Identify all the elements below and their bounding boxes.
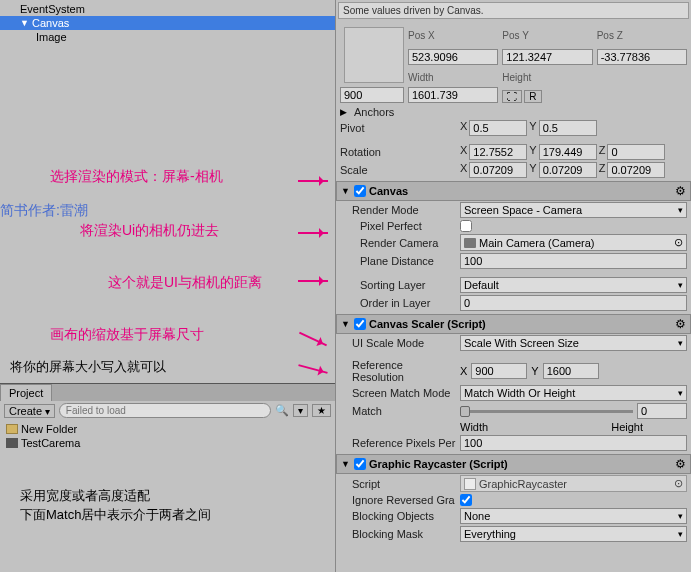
match-width-label: Width bbox=[460, 421, 488, 433]
blocking-mask-label: Blocking Mask bbox=[340, 528, 456, 540]
filter-btn-2[interactable]: ★ bbox=[312, 404, 331, 417]
annotation-plane-distance: 这个就是UI与相机的距离 bbox=[108, 274, 262, 292]
height-field[interactable]: 1601.739 bbox=[408, 87, 498, 103]
blocking-objects-dropdown[interactable]: None bbox=[460, 508, 687, 524]
blocking-objects-label: Blocking Objects bbox=[340, 510, 456, 522]
script-field: GraphicRaycaster⊙ bbox=[460, 475, 687, 492]
rot-x[interactable]: 12.7552 bbox=[469, 144, 527, 160]
order-in-layer-label: Order in Layer bbox=[340, 297, 456, 309]
reference-pixels-field[interactable]: 100 bbox=[460, 435, 687, 451]
blocking-mask-dropdown[interactable]: Everything bbox=[460, 526, 687, 542]
annotation-match-2: 下面Match居中表示介于两者之间 bbox=[20, 506, 211, 524]
match-slider[interactable]: 0 bbox=[460, 403, 687, 419]
gear-icon[interactable]: ⚙ bbox=[675, 184, 686, 198]
hierarchy-panel: EventSystem ▼Canvas Image bbox=[0, 0, 335, 46]
filter-btn-1[interactable]: ▾ bbox=[293, 404, 308, 417]
match-value-field[interactable]: 0 bbox=[637, 403, 687, 419]
width-field[interactable]: 900 bbox=[340, 87, 404, 103]
sorting-layer-dropdown[interactable]: Default bbox=[460, 277, 687, 293]
ignore-reversed-label: Ignore Reversed Gra bbox=[340, 494, 456, 506]
pivot-x-field[interactable]: 0.5 bbox=[469, 120, 527, 136]
hierarchy-item-image[interactable]: Image bbox=[0, 30, 335, 44]
annotation-render-mode: 选择渲染的模式：屏幕-相机 bbox=[50, 168, 223, 186]
ref-y-field[interactable]: 1600 bbox=[543, 363, 599, 379]
reference-resolution-label: Reference Resolution bbox=[340, 359, 456, 383]
screen-match-mode-dropdown[interactable]: Match Width Or Height bbox=[460, 385, 687, 401]
annotation-resolution: 将你的屏幕大小写入就可以 bbox=[10, 358, 166, 376]
render-camera-label: Render Camera bbox=[340, 237, 456, 249]
posz-label: Pos Z bbox=[597, 30, 687, 41]
annotation-match-1: 采用宽度或者高度适配 bbox=[20, 487, 150, 505]
rot-y[interactable]: 179.449 bbox=[539, 144, 597, 160]
pixel-perfect-checkbox[interactable] bbox=[460, 220, 472, 232]
scene-icon bbox=[6, 438, 18, 448]
annotation-render-camera: 将渲染Ui的相机仍进去 bbox=[80, 222, 219, 240]
anchors-label: Anchors bbox=[354, 106, 470, 118]
height-label: Height bbox=[502, 72, 592, 83]
anchor-preset-button[interactable] bbox=[344, 27, 404, 83]
ui-scale-mode-label: UI Scale Mode bbox=[340, 337, 456, 349]
scaler-enable-checkbox[interactable] bbox=[354, 318, 366, 330]
inspector-banner: Some values driven by Canvas. bbox=[338, 2, 689, 19]
project-item-folder[interactable]: New Folder bbox=[2, 422, 333, 436]
search-icon[interactable]: 🔍 bbox=[275, 404, 289, 417]
render-camera-field[interactable]: Main Camera (Camera)⊙ bbox=[460, 234, 687, 251]
gear-icon[interactable]: ⚙ bbox=[675, 457, 686, 471]
raw-button[interactable]: R bbox=[524, 90, 541, 103]
anchors-foldout[interactable]: ▶ bbox=[340, 107, 350, 117]
raycaster-enable-checkbox[interactable] bbox=[354, 458, 366, 470]
posx-field[interactable]: 523.9096 bbox=[408, 49, 498, 65]
reference-pixels-label: Reference Pixels Per bbox=[340, 437, 456, 449]
posz-field[interactable]: -33.77836 bbox=[597, 49, 687, 65]
project-panel: Project Create ▾ 🔍 ▾ ★ New Folder TestCa… bbox=[0, 383, 335, 452]
sorting-layer-label: Sorting Layer bbox=[340, 279, 456, 291]
scale-y[interactable]: 0.07209 bbox=[539, 162, 597, 178]
gear-icon[interactable]: ⚙ bbox=[675, 317, 686, 331]
pivot-y-field[interactable]: 0.5 bbox=[539, 120, 597, 136]
canvas-scaler-header[interactable]: ▼Canvas Scaler (Script)⚙ bbox=[336, 314, 691, 334]
camera-icon bbox=[464, 238, 476, 248]
plane-distance-label: Plane Distance bbox=[340, 255, 456, 267]
foldout-icon[interactable]: ▼ bbox=[20, 18, 30, 28]
pivot-label: Pivot bbox=[340, 122, 456, 134]
script-label: Script bbox=[340, 478, 456, 490]
scale-z[interactable]: 0.07209 bbox=[607, 162, 665, 178]
annotation-author: 简书作者:雷潮 bbox=[0, 202, 88, 220]
project-tab[interactable]: Project bbox=[0, 384, 52, 401]
match-label: Match bbox=[340, 405, 456, 417]
hierarchy-item-eventsystem[interactable]: EventSystem bbox=[0, 2, 335, 16]
posy-label: Pos Y bbox=[502, 30, 592, 41]
project-search-input[interactable] bbox=[59, 403, 271, 418]
order-in-layer-field[interactable]: 0 bbox=[460, 295, 687, 311]
width-label: Width bbox=[408, 72, 498, 83]
rot-z[interactable]: 0 bbox=[607, 144, 665, 160]
create-button[interactable]: Create ▾ bbox=[4, 404, 55, 418]
scale-x[interactable]: 0.07209 bbox=[469, 162, 527, 178]
canvas-component-header[interactable]: ▼Canvas⚙ bbox=[336, 181, 691, 201]
canvas-enable-checkbox[interactable] bbox=[354, 185, 366, 197]
screen-match-mode-label: Screen Match Mode bbox=[340, 387, 456, 399]
annotation-scale-mode: 画布的缩放基于屏幕尺寸 bbox=[50, 326, 204, 344]
pixel-perfect-label: Pixel Perfect bbox=[340, 220, 456, 232]
posx-label: Pos X bbox=[408, 30, 498, 41]
render-mode-dropdown[interactable]: Screen Space - Camera bbox=[460, 202, 687, 218]
scale-label: Scale bbox=[340, 164, 456, 176]
hierarchy-item-canvas[interactable]: ▼Canvas bbox=[0, 16, 335, 30]
ui-scale-mode-dropdown[interactable]: Scale With Screen Size bbox=[460, 335, 687, 351]
ignore-reversed-checkbox[interactable] bbox=[460, 494, 472, 506]
render-mode-label: Render Mode bbox=[340, 204, 456, 216]
plane-distance-field[interactable]: 100 bbox=[460, 253, 687, 269]
script-icon bbox=[464, 478, 476, 490]
graphic-raycaster-header[interactable]: ▼Graphic Raycaster (Script)⚙ bbox=[336, 454, 691, 474]
ref-x-field[interactable]: 900 bbox=[471, 363, 527, 379]
blueprint-button[interactable]: ⛶ bbox=[502, 90, 522, 103]
project-item-scene[interactable]: TestCarema bbox=[2, 436, 333, 450]
folder-icon bbox=[6, 424, 18, 434]
inspector-panel: Some values driven by Canvas. Pos X Pos … bbox=[335, 0, 691, 572]
object-picker-icon[interactable]: ⊙ bbox=[674, 236, 683, 249]
posy-field[interactable]: 121.3247 bbox=[502, 49, 592, 65]
rotation-label: Rotation bbox=[340, 146, 456, 158]
match-height-label: Height bbox=[611, 421, 643, 433]
